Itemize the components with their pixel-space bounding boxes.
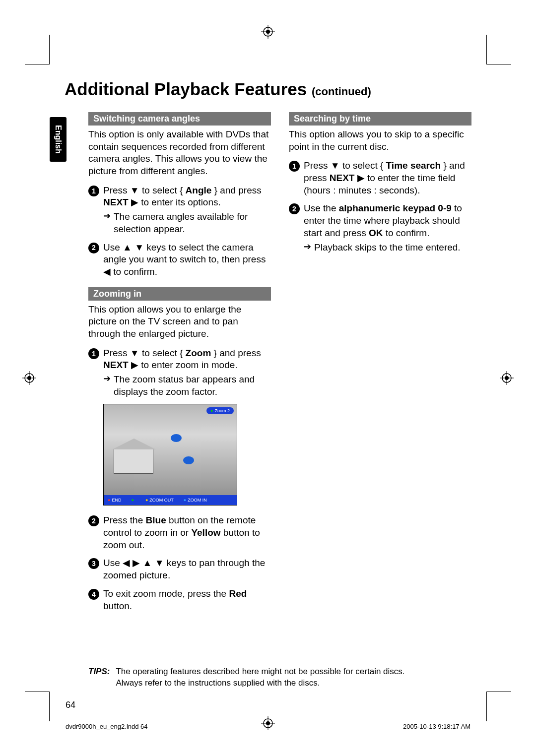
- tips-text: The operating features described here mi…: [116, 666, 404, 689]
- zoom-screenshot-figure: ●Zoom 2 ●END ● ●ZOOM OUT ●ZOOM IN: [103, 404, 237, 505]
- title-continued: (continued): [312, 85, 371, 98]
- text: } and press: [211, 348, 261, 358]
- footer-filename: dvdr9000h_eu_eng2.indd 64: [66, 723, 148, 730]
- registration-mark-left: [22, 371, 36, 385]
- text: Press ▼ to select {: [103, 348, 186, 358]
- step-number-icon: 1: [88, 186, 99, 196]
- zoom-intro: This option allows you to enlarge the pi…: [88, 304, 271, 340]
- next-button-label: NEXT: [103, 360, 129, 370]
- step-number-icon: 2: [289, 203, 300, 214]
- yellow-button-label: Yellow: [191, 527, 220, 538]
- tips-label: TIPS:: [88, 666, 110, 689]
- next-button-label: NEXT: [330, 173, 355, 183]
- zoom-level-badge: ●Zoom 2: [206, 407, 234, 414]
- registration-mark-right: [500, 371, 514, 385]
- zoom-step-2: 2 Press the Blue button on the remote co…: [88, 514, 271, 551]
- result-text: Playback skips to the time entered.: [314, 242, 461, 254]
- ok-button-label: OK: [369, 228, 383, 238]
- section-zooming-in: Zooming in: [88, 287, 271, 301]
- text: to confirm.: [383, 228, 429, 238]
- step-number-icon: 1: [88, 348, 99, 359]
- time-search-option: Time search: [386, 160, 441, 171]
- step-number-icon: 2: [88, 515, 99, 526]
- step-number-icon: 2: [88, 243, 99, 253]
- tips-line-1: The operating features described here mi…: [116, 667, 404, 676]
- tips-line-2: Always refer to the instructions supplie…: [116, 678, 320, 688]
- pan-cursor-icon: [171, 434, 182, 442]
- crop-mark-top-left: [25, 35, 50, 64]
- crop-mark-bottom-right: [486, 692, 511, 721]
- footer-timestamp: 2005-10-13 9:18:17 AM: [403, 723, 470, 730]
- camera-step-1: 1 Press ▼ to select { Angle } and press …: [88, 185, 271, 236]
- time-step-2: 2 Use the alphanumeric keypad 0-9 to ent…: [289, 202, 471, 253]
- end-label: END: [112, 498, 121, 503]
- title-main: Additional Playback Features: [65, 79, 307, 99]
- zoom-out-label: ZOOM OUT: [149, 498, 174, 503]
- time-step-1: 1 Press ▼ to select { Time search } and …: [289, 160, 471, 196]
- camera-angles-intro: This option is only available with DVDs …: [88, 128, 271, 178]
- step-number-icon: 1: [289, 161, 300, 172]
- text: } and press: [211, 185, 261, 195]
- page-number: 64: [66, 700, 75, 710]
- zoom-step-1: 1 Press ▼ to select { Zoom } and press N…: [88, 347, 271, 398]
- result-text: The zoom status bar appears and displays…: [114, 374, 271, 398]
- pan-cursor-icon: [183, 456, 194, 464]
- text: ▶ to enter its options.: [129, 197, 221, 207]
- text: Use the: [304, 203, 339, 213]
- section-switching-camera-angles: Switching camera angles: [88, 112, 271, 126]
- crop-mark-bottom-left: [25, 692, 50, 721]
- zoom-option: Zoom: [186, 348, 211, 358]
- zoom-step-3: 3 Use ◀ ▶ ▲ ▼ keys to pan through the zo…: [88, 557, 271, 581]
- text: Press ▼ to select {: [304, 160, 386, 171]
- text: button.: [103, 601, 132, 611]
- page-content: Additional Playback Features (continued)…: [65, 79, 471, 618]
- zoom-in-label: ZOOM IN: [188, 498, 207, 503]
- section-searching-by-time: Searching by time: [289, 112, 471, 126]
- angle-option: Angle: [186, 185, 212, 195]
- blue-button-label: Blue: [146, 515, 166, 525]
- zoom-status-bar: ●END ● ●ZOOM OUT ●ZOOM IN: [104, 495, 237, 505]
- result-text: The camera angles available for selectio…: [114, 211, 271, 235]
- right-column: Searching by time This option allows you…: [289, 112, 471, 618]
- next-button-label: NEXT: [103, 197, 129, 207]
- footer-metadata: dvdr9000h_eu_eng2.indd 64 2005-10-13 9:1…: [66, 723, 470, 730]
- house-illustration: [114, 449, 153, 474]
- step-number-icon: 4: [88, 589, 99, 600]
- text: Use ◀ ▶ ▲ ▼ keys to pan through the zoom…: [103, 557, 271, 581]
- tips-section: TIPS: The operating features described h…: [65, 661, 471, 689]
- registration-mark-top: [261, 25, 275, 39]
- result-arrow-icon: ➔: [304, 242, 311, 252]
- language-tab: English: [50, 117, 67, 162]
- red-button-label: Red: [229, 588, 247, 599]
- text: Use ▲ ▼ keys to select the camera angle …: [103, 242, 271, 278]
- text: Press the: [103, 515, 146, 525]
- left-column: Switching camera angles This option is o…: [88, 112, 271, 618]
- text: To exit zoom mode, press the: [103, 588, 229, 599]
- crop-mark-top-right: [486, 35, 511, 64]
- zoom-badge-label: Zoom 2: [214, 408, 230, 413]
- camera-step-2: 2 Use ▲ ▼ keys to select the camera angl…: [88, 242, 271, 278]
- keypad-label: alphanumeric keypad 0-9: [339, 203, 452, 213]
- result-arrow-icon: ➔: [103, 374, 111, 384]
- step-number-icon: 3: [88, 558, 99, 569]
- text: Press ▼ to select {: [103, 185, 186, 195]
- time-search-intro: This option allows you to skip to a spec…: [289, 128, 471, 153]
- zoom-step-4: 4 To exit zoom mode, press the Red butto…: [88, 588, 271, 612]
- text: ▶ to enter zoom in mode.: [129, 360, 238, 370]
- page-title: Additional Playback Features (continued): [65, 79, 471, 99]
- result-arrow-icon: ➔: [103, 211, 111, 222]
